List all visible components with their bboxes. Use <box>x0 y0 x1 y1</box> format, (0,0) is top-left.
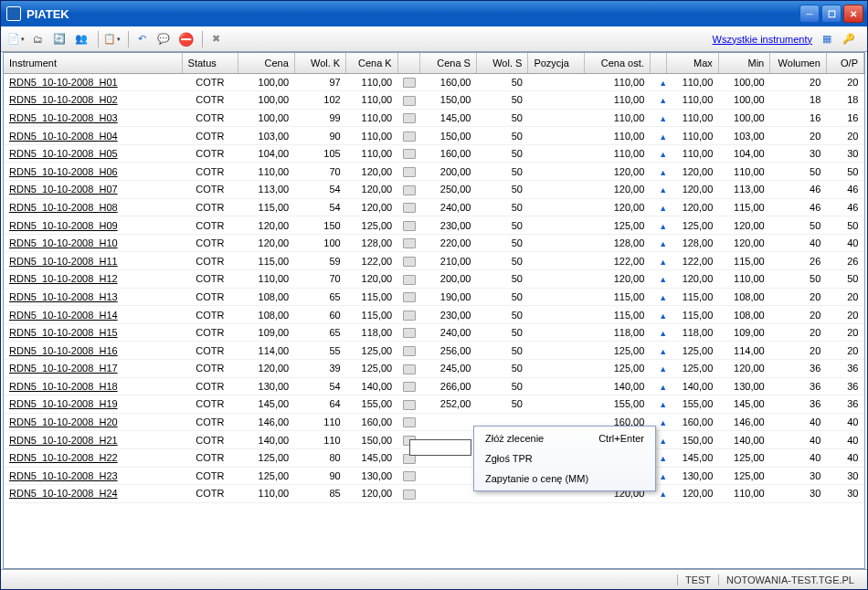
cell[interactable]: 54 <box>294 198 345 216</box>
cell[interactable]: 125,00 <box>584 360 650 378</box>
cell[interactable]: 145,00 <box>238 395 295 414</box>
cell[interactable]: 64 <box>294 395 345 414</box>
cell[interactable]: 240,00 <box>420 323 477 342</box>
chat-button[interactable]: 💬 <box>154 30 173 48</box>
cell[interactable]: COTR <box>182 395 238 414</box>
cell[interactable]: COTR <box>182 163 238 181</box>
cell[interactable] <box>397 216 420 235</box>
key-icon[interactable]: 🔑 <box>840 30 858 48</box>
cell[interactable]: RDN5_10-10-2008_H12 <box>4 270 182 289</box>
cell[interactable]: RDN5_10-10-2008_H22 <box>4 448 182 467</box>
detail-icon[interactable] <box>403 96 416 106</box>
cell[interactable]: 125,00 <box>718 467 769 485</box>
cell[interactable] <box>397 270 420 289</box>
cell[interactable]: 30 <box>770 467 827 485</box>
cell[interactable]: 245,00 <box>420 360 477 378</box>
cell[interactable]: ▲ <box>650 360 666 378</box>
cell[interactable]: 20 <box>826 73 863 91</box>
detail-icon[interactable] <box>403 417 416 427</box>
instrument-link[interactable]: RDN5_10-10-2008_H20 <box>9 416 118 427</box>
table-row[interactable]: RDN5_10-10-2008_H04COTR103,0090110,00150… <box>4 127 864 145</box>
table-row[interactable]: RDN5_10-10-2008_H13COTR108,0065115,00190… <box>4 288 864 306</box>
cell[interactable]: 50 <box>476 288 527 306</box>
cell[interactable]: 150,00 <box>346 431 397 449</box>
cell[interactable]: 40 <box>770 448 827 467</box>
cell[interactable]: COTR <box>182 270 238 289</box>
menu-item-place-order[interactable]: Złóż zlecenie Ctrl+Enter <box>476 428 653 448</box>
cell[interactable]: 160,00 <box>346 413 397 431</box>
cell[interactable]: ▲ <box>650 342 666 360</box>
detail-icon[interactable] <box>403 275 416 285</box>
cell[interactable]: 110,00 <box>667 127 718 145</box>
cell[interactable]: 155,00 <box>667 395 718 414</box>
cell[interactable] <box>397 485 420 503</box>
cell[interactable]: COTR <box>182 91 238 110</box>
cell[interactable] <box>420 485 477 503</box>
cell[interactable]: RDN5_10-10-2008_H11 <box>4 252 182 270</box>
cell[interactable]: RDN5_10-10-2008_H08 <box>4 198 182 216</box>
cell[interactable]: 30 <box>770 144 827 163</box>
cell[interactable]: 50 <box>476 252 527 270</box>
cell[interactable]: 36 <box>770 360 827 378</box>
cell[interactable]: 50 <box>476 91 527 110</box>
cell[interactable]: 140,00 <box>346 377 397 395</box>
maximize-button[interactable]: ☐ <box>821 5 842 23</box>
cell[interactable]: 39 <box>294 360 345 378</box>
cell[interactable]: 200,00 <box>420 163 477 181</box>
cell[interactable] <box>420 413 477 431</box>
cell[interactable]: ▲ <box>650 198 666 216</box>
detail-icon[interactable] <box>403 311 416 321</box>
detail-icon[interactable] <box>403 364 416 374</box>
cell[interactable]: 128,00 <box>584 234 650 252</box>
cell[interactable]: 20 <box>826 288 863 306</box>
cell[interactable]: 160,00 <box>667 413 718 431</box>
column-header[interactable] <box>650 53 666 73</box>
cell[interactable]: COTR <box>182 109 238 127</box>
cell[interactable] <box>528 73 585 91</box>
cell[interactable]: 85 <box>294 485 345 503</box>
cell[interactable]: 125,00 <box>346 360 397 378</box>
column-header[interactable]: Pozycja <box>528 53 585 73</box>
cell[interactable]: 18 <box>770 91 827 110</box>
cell[interactable]: 115,00 <box>718 198 769 216</box>
cell[interactable]: 99 <box>294 109 345 127</box>
cell[interactable]: 160,00 <box>420 73 477 91</box>
cell[interactable]: 55 <box>294 342 345 360</box>
cell[interactable]: 50 <box>826 163 863 181</box>
cell[interactable]: 40 <box>770 431 827 449</box>
cell[interactable]: 110,00 <box>584 127 650 145</box>
cell[interactable]: 130,00 <box>667 467 718 485</box>
cell[interactable]: 97 <box>294 73 345 91</box>
cell[interactable]: 50 <box>476 234 527 252</box>
cell[interactable]: 160,00 <box>420 144 477 163</box>
cell[interactable]: 50 <box>476 270 527 289</box>
cell[interactable]: 120,00 <box>667 485 718 503</box>
tree-button[interactable]: 🗂 <box>28 30 47 48</box>
cell[interactable]: COTR <box>182 467 238 485</box>
cell[interactable]: 100,00 <box>718 73 769 91</box>
column-header[interactable]: Cena ost. <box>584 53 650 73</box>
cell[interactable]: 110,00 <box>667 73 718 91</box>
cell[interactable]: 50 <box>476 377 527 395</box>
cell[interactable]: 120,00 <box>238 234 295 252</box>
new-order-button[interactable]: 📄 <box>6 30 25 48</box>
cell[interactable]: 20 <box>770 342 827 360</box>
cell[interactable]: 115,00 <box>718 252 769 270</box>
cell[interactable]: ▲ <box>650 109 666 127</box>
cell[interactable]: 110,00 <box>584 144 650 163</box>
refresh-button[interactable]: 🔄 <box>50 30 69 48</box>
cell[interactable]: 110,00 <box>718 485 769 503</box>
cell[interactable]: 125,00 <box>667 216 718 235</box>
cell[interactable]: 120,00 <box>584 198 650 216</box>
cell[interactable] <box>397 73 420 91</box>
cell[interactable]: 20 <box>826 306 863 324</box>
cell[interactable]: 26 <box>770 252 827 270</box>
table-row[interactable]: RDN5_10-10-2008_H03COTR100,0099110,00145… <box>4 109 864 127</box>
cell[interactable]: 125,00 <box>346 342 397 360</box>
cell[interactable]: 120,00 <box>667 181 718 199</box>
cell[interactable]: 109,00 <box>238 323 295 342</box>
cell[interactable]: 125,00 <box>346 216 397 235</box>
cell[interactable]: 113,00 <box>718 181 769 199</box>
cell[interactable] <box>397 467 420 485</box>
cell[interactable]: 50 <box>476 395 527 414</box>
